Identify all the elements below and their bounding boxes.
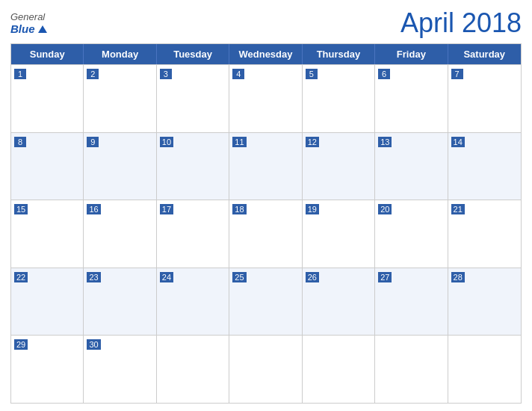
day-cell-4-0: 29 bbox=[11, 336, 84, 403]
day-headers: Sunday Monday Tuesday Wednesday Thursday… bbox=[11, 44, 521, 64]
day-cell-3-3: 25 bbox=[229, 268, 302, 336]
day-cell-4-1: 30 bbox=[84, 336, 156, 403]
day-number-10: 10 bbox=[160, 137, 173, 147]
day-number-30: 30 bbox=[87, 339, 100, 350]
day-number-15: 15 bbox=[14, 204, 28, 214]
day-cell-1-2: 10 bbox=[157, 133, 229, 200]
day-cell-0-4: 5 bbox=[303, 65, 375, 132]
day-number-14: 14 bbox=[451, 137, 465, 147]
day-cell-4-4 bbox=[303, 336, 375, 403]
day-number-16: 16 bbox=[87, 204, 100, 214]
day-number-23: 23 bbox=[87, 272, 100, 282]
calendar-title: April 2018 bbox=[400, 7, 522, 39]
logo-triangle-icon bbox=[38, 25, 47, 33]
day-cell-0-0: 1 bbox=[11, 65, 84, 132]
logo-general: General bbox=[10, 11, 45, 22]
logo-blue: Blue bbox=[10, 22, 47, 35]
day-number-5: 5 bbox=[306, 69, 318, 79]
day-number-18: 18 bbox=[232, 204, 246, 214]
day-number-13: 13 bbox=[378, 137, 392, 147]
day-number-22: 22 bbox=[14, 272, 28, 282]
day-number-12: 12 bbox=[306, 137, 319, 147]
day-cell-1-4: 12 bbox=[303, 133, 375, 200]
week-row-2: 891011121314 bbox=[11, 132, 521, 200]
day-number-17: 17 bbox=[160, 204, 173, 214]
day-cell-2-5: 20 bbox=[375, 200, 448, 268]
header-friday: Friday bbox=[375, 44, 448, 64]
day-number-28: 28 bbox=[451, 272, 465, 282]
day-number-4: 4 bbox=[232, 69, 244, 79]
day-cell-3-0: 22 bbox=[11, 268, 84, 336]
day-number-3: 3 bbox=[160, 69, 172, 79]
header-sunday: Sunday bbox=[11, 44, 84, 64]
day-cell-1-0: 8 bbox=[11, 133, 84, 200]
page: General Blue April 2018 Sunday Monday Tu… bbox=[0, 0, 532, 411]
day-cell-2-2: 17 bbox=[157, 200, 229, 268]
day-number-21: 21 bbox=[451, 204, 465, 214]
day-cell-3-5: 27 bbox=[375, 268, 448, 336]
day-cell-4-5 bbox=[375, 336, 448, 403]
day-number-11: 11 bbox=[232, 137, 246, 147]
header-wednesday: Wednesday bbox=[229, 44, 302, 64]
day-number-19: 19 bbox=[306, 204, 319, 214]
header-saturday: Saturday bbox=[448, 44, 521, 64]
day-number-8: 8 bbox=[14, 137, 26, 147]
day-cell-2-6: 21 bbox=[448, 200, 521, 268]
header-thursday: Thursday bbox=[303, 44, 375, 64]
day-cell-3-2: 24 bbox=[157, 268, 229, 336]
day-number-6: 6 bbox=[378, 69, 390, 79]
day-number-9: 9 bbox=[87, 137, 99, 147]
day-number-24: 24 bbox=[160, 272, 173, 282]
day-cell-3-6: 28 bbox=[448, 268, 521, 336]
day-cell-4-2 bbox=[157, 336, 229, 403]
day-cell-3-1: 23 bbox=[84, 268, 156, 336]
header-tuesday: Tuesday bbox=[157, 44, 229, 64]
day-number-20: 20 bbox=[378, 204, 392, 214]
week-row-3: 15161718192021 bbox=[11, 200, 521, 268]
day-number-27: 27 bbox=[378, 272, 392, 282]
logo: General Blue bbox=[10, 11, 47, 35]
day-cell-4-3 bbox=[229, 336, 302, 403]
day-number-26: 26 bbox=[306, 272, 319, 282]
header: General Blue April 2018 bbox=[10, 7, 522, 39]
day-cell-0-3: 4 bbox=[229, 65, 302, 132]
week-row-1: 1234567 bbox=[11, 64, 521, 132]
week-row-4: 22232425262728 bbox=[11, 268, 521, 336]
day-number-29: 29 bbox=[14, 339, 28, 350]
day-cell-1-5: 13 bbox=[375, 133, 448, 200]
day-cell-3-4: 26 bbox=[303, 268, 375, 336]
logo-blue-text: Blue bbox=[10, 22, 35, 35]
day-number-7: 7 bbox=[451, 69, 463, 79]
day-number-25: 25 bbox=[232, 272, 246, 282]
day-cell-1-1: 9 bbox=[84, 133, 156, 200]
day-cell-2-3: 18 bbox=[229, 200, 302, 268]
calendar: Sunday Monday Tuesday Wednesday Thursday… bbox=[10, 43, 522, 404]
day-cell-0-6: 7 bbox=[448, 65, 521, 132]
header-monday: Monday bbox=[84, 44, 156, 64]
week-row-5: 2930 bbox=[11, 335, 521, 403]
day-cell-2-4: 19 bbox=[303, 200, 375, 268]
day-cell-1-6: 14 bbox=[448, 133, 521, 200]
day-number-1: 1 bbox=[14, 69, 26, 79]
day-cell-2-1: 16 bbox=[84, 200, 156, 268]
day-cell-0-5: 6 bbox=[375, 65, 448, 132]
day-number-2: 2 bbox=[87, 69, 99, 79]
day-cell-0-2: 3 bbox=[157, 65, 229, 132]
weeks: 1234567891011121314151617181920212223242… bbox=[11, 64, 521, 403]
day-cell-0-1: 2 bbox=[84, 65, 156, 132]
day-cell-1-3: 11 bbox=[229, 133, 302, 200]
day-cell-4-6 bbox=[448, 336, 521, 403]
day-cell-2-0: 15 bbox=[11, 200, 84, 268]
